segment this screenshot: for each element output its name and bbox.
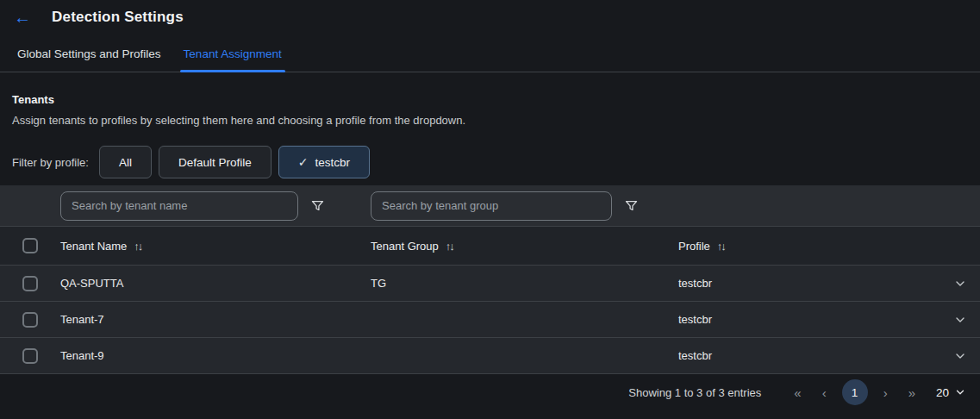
tenant-name-cell: Tenant-9 <box>60 349 371 362</box>
profile-cell: testcbr <box>678 313 940 326</box>
filter-chip-label: Default Profile <box>178 156 252 169</box>
tenants-section-intro: Tenants Assign tenants to profiles by se… <box>0 72 980 127</box>
page-size-select[interactable]: 20 <box>936 386 966 399</box>
back-arrow-icon[interactable]: ← <box>14 9 38 26</box>
check-icon: ✓ <box>298 155 309 169</box>
table-header-row: Tenant Name↑↓ Tenant Group↑↓ Profile↑↓ <box>0 226 980 266</box>
filter-funnel-icon[interactable] <box>624 198 639 213</box>
filter-chip-label: testcbr <box>315 156 350 169</box>
profile-dropdown-chevron-icon[interactable] <box>940 313 980 327</box>
next-page-icon[interactable]: › <box>873 385 898 400</box>
row-checkbox[interactable] <box>22 312 38 328</box>
row-checkbox[interactable] <box>22 276 38 291</box>
table-search-toolbar <box>0 185 980 226</box>
tenant-name-cell: QA-SPUTTA <box>60 277 371 290</box>
first-page-icon[interactable]: « <box>783 385 811 400</box>
filter-chip-default-profile[interactable]: ✓ Default Profile <box>159 146 272 178</box>
tab-bar: Global Settings and Profiles Tenant Assi… <box>0 34 980 72</box>
select-all-checkbox[interactable] <box>22 238 38 253</box>
tenant-group-cell: TG <box>371 277 678 290</box>
tab-global-settings-and-profiles[interactable]: Global Settings and Profiles <box>14 37 165 72</box>
filter-chip-all[interactable]: ✓ All <box>99 146 152 178</box>
tab-tenant-assignment[interactable]: Tenant Assignment <box>180 37 285 72</box>
profile-dropdown-chevron-icon[interactable] <box>940 349 980 363</box>
table-row: QA-SPUTTA TG testcbr <box>0 266 980 302</box>
tenants-description: Assign tenants to profiles by selecting … <box>12 114 966 127</box>
sort-icon[interactable]: ↑↓ <box>717 240 725 253</box>
profile-cell: testcbr <box>678 349 940 362</box>
profile-filter-row: Filter by profile: ✓ All ✓ Default Profi… <box>0 146 980 178</box>
last-page-icon[interactable]: » <box>898 385 926 400</box>
row-checkbox[interactable] <box>22 348 38 364</box>
sort-icon[interactable]: ↑↓ <box>134 240 141 253</box>
column-header-profile[interactable]: Profile↑↓ <box>678 240 940 253</box>
profile-dropdown-chevron-icon[interactable] <box>940 277 980 291</box>
sort-icon[interactable]: ↑↓ <box>446 240 453 253</box>
tenants-heading: Tenants <box>12 93 966 106</box>
chevron-down-icon <box>954 386 966 398</box>
prev-page-icon[interactable]: ‹ <box>812 385 837 400</box>
tenants-table: Tenant Name↑↓ Tenant Group↑↓ Profile↑↓ Q… <box>0 185 980 374</box>
filter-funnel-icon[interactable] <box>310 198 325 213</box>
page-title: Detection Settings <box>52 9 184 26</box>
search-tenant-name-input[interactable] <box>60 191 298 221</box>
filter-chip-testcbr[interactable]: ✓ testcbr <box>278 146 370 178</box>
top-bar: ← Detection Settings <box>0 0 980 34</box>
search-tenant-group-input[interactable] <box>371 191 612 221</box>
table-row: Tenant-7 testcbr <box>0 302 980 338</box>
filter-chip-label: All <box>119 156 132 169</box>
column-header-tenant-name[interactable]: Tenant Name↑↓ <box>60 240 371 253</box>
column-header-tenant-group[interactable]: Tenant Group↑↓ <box>371 240 678 253</box>
page-size-value: 20 <box>936 386 949 399</box>
current-page-button[interactable]: 1 <box>842 379 868 405</box>
filter-by-profile-label: Filter by profile: <box>12 156 89 169</box>
pagination-bar: Showing 1 to 3 of 3 entries « ‹ 1 › » 20 <box>0 374 980 410</box>
table-row: Tenant-9 testcbr <box>0 338 980 374</box>
entries-summary: Showing 1 to 3 of 3 entries <box>628 386 761 399</box>
profile-cell: testcbr <box>678 277 940 290</box>
tenant-name-cell: Tenant-7 <box>60 313 371 326</box>
